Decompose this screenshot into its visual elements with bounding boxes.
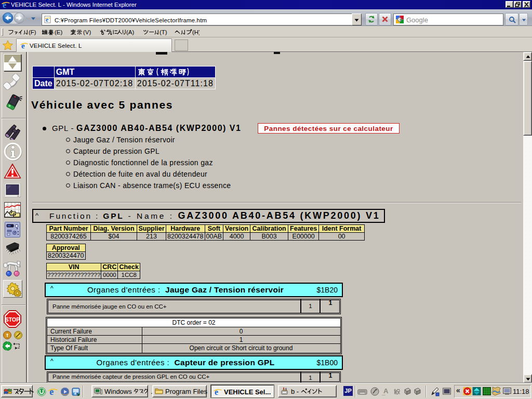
svg-text:e: e (49, 387, 54, 396)
svg-text:(V): (V) (83, 29, 91, 35)
svg-text:e: e (21, 42, 25, 49)
svg-text:(E): (E) (55, 29, 63, 35)
svg-text:e: e (3, 1, 6, 9)
svg-text:e: e (215, 388, 218, 396)
svg-text:STOP: STOP (5, 316, 20, 323)
svg-text:e: e (46, 16, 49, 23)
svg-text:(A): (A) (126, 29, 135, 35)
svg-text:e: e (74, 391, 76, 396)
svg-text:(F): (F) (29, 29, 36, 35)
svg-text:(H): (H) (192, 29, 200, 35)
svg-text:(T): (T) (159, 29, 167, 35)
